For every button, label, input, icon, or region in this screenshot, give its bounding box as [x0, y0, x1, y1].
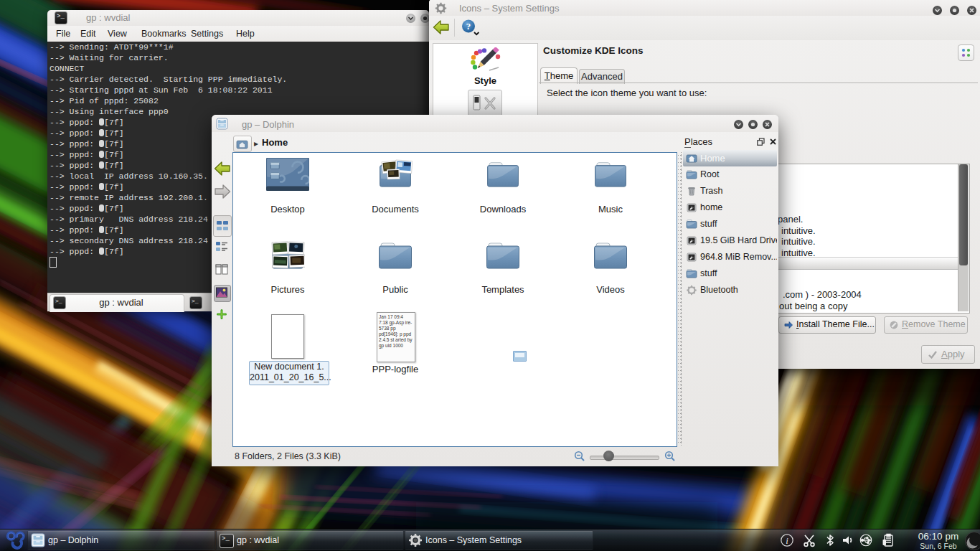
svg-text:i: i [786, 535, 788, 546]
svg-text:?: ? [466, 21, 471, 32]
